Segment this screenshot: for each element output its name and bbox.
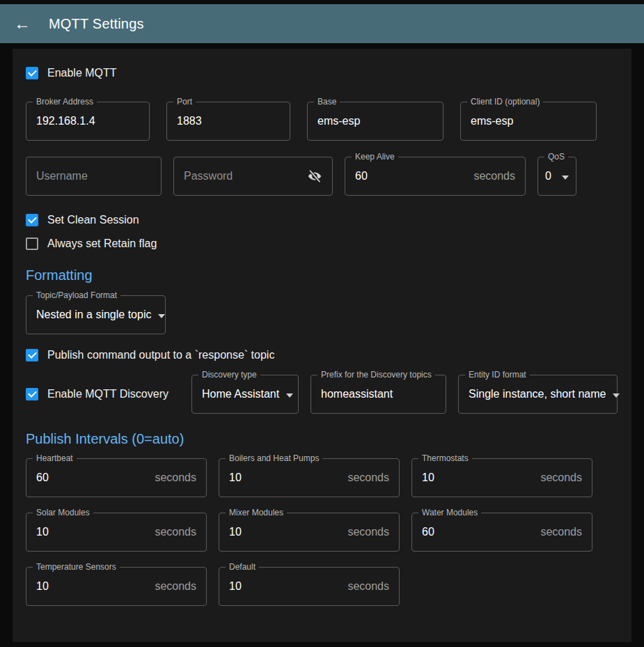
- topic-format-select[interactable]: Topic/Payload Format Nested in a single …: [26, 295, 166, 334]
- field-label: Prefix for the Discovery topics: [317, 370, 435, 380]
- discovery-type-value: Home Assistant: [202, 388, 279, 400]
- unit-suffix: seconds: [540, 471, 582, 484]
- checkbox-icon[interactable]: [26, 237, 38, 250]
- checkbox-icon[interactable]: [26, 388, 38, 400]
- retain-flag-checkbox[interactable]: Always set Retain flag: [26, 237, 157, 250]
- chevron-down-icon: [286, 393, 293, 398]
- field-label: Default: [226, 562, 259, 572]
- solar-modules-field[interactable]: Solar Modules seconds: [26, 513, 207, 552]
- broker-address-field[interactable]: Broker Address: [26, 102, 150, 141]
- field-label: Base: [314, 97, 340, 107]
- app-bar: ← MQTT Settings: [0, 4, 644, 43]
- field-label: Keep Alive: [352, 152, 398, 162]
- entity-id-format-select[interactable]: Entity ID format Single instance, short …: [458, 375, 618, 414]
- connection-row-2: Keep Alive seconds QoS 0: [26, 157, 618, 196]
- checkbox-icon[interactable]: [26, 67, 38, 79]
- page-title: MQTT Settings: [49, 16, 144, 32]
- unit-suffix: seconds: [155, 526, 196, 538]
- field-label: QoS: [544, 152, 568, 162]
- mqtt-settings-panel: Enable MQTT Broker Address Port Base Cli…: [13, 49, 631, 642]
- unit-suffix: seconds: [347, 526, 389, 538]
- topic-format-value: Nested in a single topic: [36, 309, 151, 321]
- visibility-off-icon[interactable]: [307, 169, 322, 184]
- unit-suffix: seconds: [473, 170, 515, 182]
- connection-row-1: Broker Address Port Base Client ID (opti…: [26, 102, 618, 141]
- topic-format-row: Topic/Payload Format Nested in a single …: [26, 295, 618, 334]
- field-label: Water Modules: [418, 508, 481, 517]
- water-modules-input[interactable]: [422, 526, 535, 538]
- broker-address-input[interactable]: [36, 115, 139, 127]
- checkbox-label: Enable MQTT Discovery: [47, 388, 168, 400]
- qos-select[interactable]: QoS 0: [537, 157, 576, 196]
- publish-intervals-heading: Publish Intervals (0=auto): [26, 431, 618, 447]
- port-input[interactable]: [177, 115, 280, 127]
- field-label: Thermostats: [418, 453, 472, 463]
- unit-suffix: seconds: [347, 580, 389, 593]
- intervals-grid: Heartbeat seconds Boilers and Heat Pumps…: [26, 458, 618, 606]
- unit-suffix: seconds: [155, 471, 196, 484]
- back-arrow-icon[interactable]: ←: [14, 15, 31, 32]
- discovery-row: Enable MQTT Discovery Discovery type Hom…: [26, 375, 618, 414]
- checkbox-label: Publish command output to a `response` t…: [47, 349, 274, 361]
- unit-suffix: seconds: [155, 580, 196, 593]
- port-field[interactable]: Port: [166, 102, 290, 141]
- password-input[interactable]: [184, 170, 307, 182]
- client-id-input[interactable]: [471, 115, 586, 127]
- enable-discovery-checkbox[interactable]: Enable MQTT Discovery: [26, 388, 180, 400]
- discovery-type-select[interactable]: Discovery type Home Assistant: [191, 375, 299, 414]
- temperature-sensors-input[interactable]: [36, 580, 149, 593]
- checkbox-icon[interactable]: [26, 214, 38, 226]
- checkbox-label: Set Clean Session: [47, 214, 139, 226]
- publish-response-checkbox[interactable]: Publish command output to a `response` t…: [26, 349, 274, 361]
- heartbeat-field[interactable]: Heartbeat seconds: [26, 458, 207, 497]
- client-id-field[interactable]: Client ID (optional): [460, 102, 597, 141]
- field-label: Solar Modules: [33, 508, 93, 517]
- field-label: Port: [173, 97, 196, 107]
- chevron-down-icon: [158, 314, 165, 318]
- boilers-field[interactable]: Boilers and Heat Pumps seconds: [219, 458, 400, 497]
- clean-session-checkbox[interactable]: Set Clean Session: [26, 214, 139, 226]
- base-field[interactable]: Base: [307, 102, 443, 141]
- username-input[interactable]: [36, 170, 151, 182]
- default-interval-input[interactable]: [229, 580, 342, 593]
- boilers-input[interactable]: [229, 471, 342, 484]
- field-label: Entity ID format: [465, 370, 530, 380]
- checkbox-label: Enable MQTT: [47, 67, 117, 79]
- qos-value: 0: [545, 170, 555, 182]
- temperature-sensors-field[interactable]: Temperature Sensors seconds: [26, 567, 207, 606]
- field-label: Topic/Payload Format: [33, 290, 120, 300]
- base-input[interactable]: [317, 115, 433, 127]
- password-field[interactable]: [173, 157, 333, 196]
- thermostats-input[interactable]: [422, 471, 535, 484]
- field-label: Temperature Sensors: [33, 562, 120, 572]
- mixer-modules-field[interactable]: Mixer Modules seconds: [219, 513, 400, 552]
- field-label: Boilers and Heat Pumps: [226, 453, 322, 463]
- heartbeat-input[interactable]: [36, 471, 149, 484]
- checkbox-icon[interactable]: [26, 349, 38, 361]
- chevron-down-icon: [613, 393, 620, 398]
- discovery-prefix-field[interactable]: Prefix for the Discovery topics: [311, 375, 446, 414]
- formatting-heading: Formatting: [26, 267, 618, 283]
- solar-modules-input[interactable]: [36, 526, 149, 538]
- checkbox-label: Always set Retain flag: [47, 237, 157, 250]
- username-field[interactable]: [26, 157, 162, 196]
- field-label: Client ID (optional): [467, 97, 543, 107]
- entity-id-format-value: Single instance, short name: [469, 388, 606, 400]
- mixer-modules-input[interactable]: [229, 526, 342, 538]
- unit-suffix: seconds: [540, 526, 582, 538]
- keep-alive-input[interactable]: [355, 170, 468, 182]
- water-modules-field[interactable]: Water Modules seconds: [411, 513, 592, 552]
- discovery-prefix-input[interactable]: [321, 388, 436, 400]
- field-label: Discovery type: [198, 370, 260, 380]
- field-label: Mixer Modules: [226, 508, 287, 517]
- field-label: Heartbeat: [33, 453, 77, 463]
- enable-mqtt-checkbox[interactable]: Enable MQTT: [26, 67, 117, 79]
- keep-alive-field[interactable]: Keep Alive seconds: [345, 157, 526, 196]
- thermostats-field[interactable]: Thermostats seconds: [411, 458, 592, 497]
- chevron-down-icon: [562, 176, 569, 180]
- field-label: Broker Address: [33, 97, 97, 107]
- unit-suffix: seconds: [347, 471, 389, 484]
- default-interval-field[interactable]: Default seconds: [219, 567, 400, 606]
